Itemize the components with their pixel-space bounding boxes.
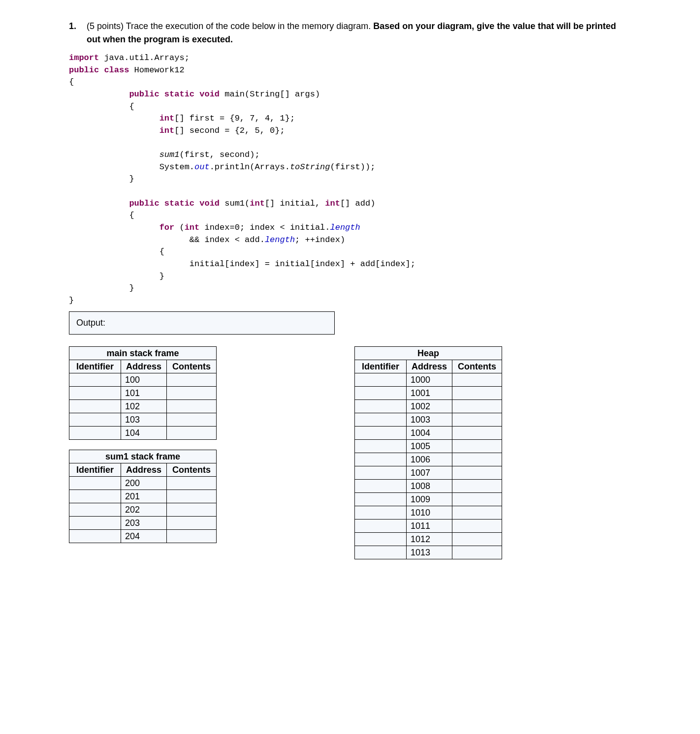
cell: 202 (121, 503, 167, 517)
cell (355, 493, 407, 506)
cell (69, 530, 121, 543)
table-row: 1010 (355, 506, 502, 520)
cell (167, 373, 217, 387)
cell (355, 506, 407, 520)
cell: 103 (121, 413, 167, 427)
cell: 1002 (407, 400, 452, 413)
cell (452, 533, 502, 546)
table-row: 1000 (355, 373, 502, 387)
cell (69, 477, 121, 490)
sum1-rows: 200201202203204 (69, 477, 217, 543)
cell: 1006 (407, 453, 452, 466)
cell (355, 533, 407, 546)
sum1-title: sum1 stack frame (69, 450, 217, 463)
cell (452, 413, 502, 427)
cell (452, 506, 502, 520)
cell: 200 (121, 477, 167, 490)
cell: 1010 (407, 506, 452, 520)
cell (355, 387, 407, 400)
heap-table: Heap Identifier Address Contents 1000100… (354, 346, 502, 559)
heap-rows: 1000100110021003100410051006100710081009… (355, 373, 502, 559)
cell (355, 546, 407, 559)
cell (355, 427, 407, 440)
cell: 102 (121, 400, 167, 413)
cell (355, 373, 407, 387)
main-stack-table: main stack frame Identifier Address Cont… (69, 346, 217, 440)
table-row: 1011 (355, 520, 502, 533)
table-row: 201 (69, 490, 217, 503)
cell (355, 453, 407, 466)
cell (355, 520, 407, 533)
cell: 1009 (407, 493, 452, 506)
cell (167, 413, 217, 427)
main-rows: 100101102103104 (69, 373, 217, 440)
table-row: 1012 (355, 533, 502, 546)
sum1-stack-table: sum1 stack frame Identifier Address Cont… (69, 450, 217, 543)
cell (355, 466, 407, 480)
heap-title: Heap (355, 347, 502, 360)
cell: 1003 (407, 413, 452, 427)
code-block: import java.util.Arrays; public class Ho… (69, 52, 631, 306)
cell (355, 400, 407, 413)
question-text: (5 points) Trace the execution of the co… (87, 20, 631, 46)
cell (452, 400, 502, 413)
tables-row: main stack frame Identifier Address Cont… (69, 346, 631, 559)
question-number: 1. (69, 20, 87, 46)
table-row: 1003 (355, 413, 502, 427)
cell (452, 480, 502, 493)
left-tables: main stack frame Identifier Address Cont… (69, 346, 217, 543)
cell (452, 546, 502, 559)
cell (69, 413, 121, 427)
cell: 201 (121, 490, 167, 503)
cell: 1007 (407, 466, 452, 480)
cell (452, 440, 502, 453)
cell (167, 400, 217, 413)
table-row: 1002 (355, 400, 502, 413)
cell: 1012 (407, 533, 452, 546)
table-row: 1001 (355, 387, 502, 400)
table-row: 103 (69, 413, 217, 427)
points: (5 points) (87, 21, 126, 31)
cell (452, 387, 502, 400)
table-row: 204 (69, 530, 217, 543)
table-row: 100 (69, 373, 217, 387)
cell (167, 387, 217, 400)
cell (167, 477, 217, 490)
cell: 1005 (407, 440, 452, 453)
table-row: 1005 (355, 440, 502, 453)
cell (167, 530, 217, 543)
cell: 1011 (407, 520, 452, 533)
cell (452, 453, 502, 466)
table-row: 200 (69, 477, 217, 490)
cell (167, 427, 217, 440)
cell (452, 373, 502, 387)
table-row: 1009 (355, 493, 502, 506)
qtext1: Trace the execution of the code below in… (126, 21, 374, 31)
cell (69, 400, 121, 413)
table-row: 104 (69, 427, 217, 440)
cell (355, 440, 407, 453)
main-title: main stack frame (69, 347, 217, 360)
cell: 104 (121, 427, 167, 440)
question-header: 1. (5 points) Trace the execution of the… (69, 20, 631, 46)
cell (69, 490, 121, 503)
cell: 101 (121, 387, 167, 400)
table-row: 1004 (355, 427, 502, 440)
table-row: 1007 (355, 466, 502, 480)
cell: 1008 (407, 480, 452, 493)
table-row: 1013 (355, 546, 502, 559)
table-row: 102 (69, 400, 217, 413)
cell (452, 427, 502, 440)
cell: 1001 (407, 387, 452, 400)
cell (69, 427, 121, 440)
cell (355, 480, 407, 493)
cell (69, 373, 121, 387)
output-label: Output: (76, 318, 105, 328)
table-row: 1006 (355, 453, 502, 466)
table-row: 1008 (355, 480, 502, 493)
cell (452, 466, 502, 480)
cell: 100 (121, 373, 167, 387)
cell (69, 517, 121, 530)
cell (167, 490, 217, 503)
cell (452, 520, 502, 533)
